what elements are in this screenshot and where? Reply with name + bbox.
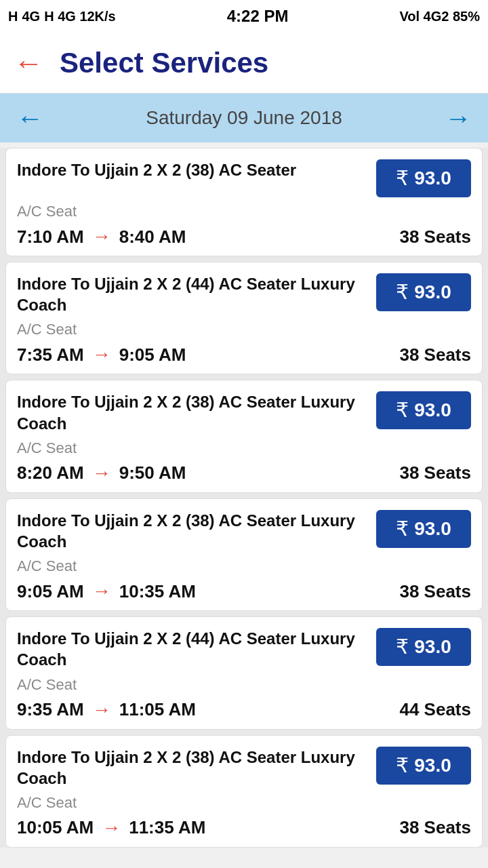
arrival-time: 11:05 AM <box>119 699 196 720</box>
services-list: Indore To Ujjain 2 X 2 (38) AC Seater ₹ … <box>0 148 488 848</box>
header: ← Select Services <box>0 33 488 94</box>
seats-count: 38 Seats <box>399 817 471 838</box>
status-left: H 4G H 4G 12K/s <box>8 9 116 24</box>
service-name: Indore To Ujjain 2 X 2 (38) AC Seater Lu… <box>17 747 376 789</box>
rupee-icon: ₹ <box>396 400 409 420</box>
arrow-icon: → <box>92 699 111 721</box>
arrow-icon: → <box>92 462 111 484</box>
arrival-time: 9:05 AM <box>119 344 186 366</box>
arrival-time: 10:35 AM <box>119 581 196 602</box>
price-button[interactable]: ₹ 93.0 <box>376 391 471 429</box>
service-top: Indore To Ujjain 2 X 2 (38) AC Seater Lu… <box>17 391 471 433</box>
current-date: Saturday 09 June 2018 <box>146 107 342 129</box>
time-range: 9:05 AM → 10:35 AM <box>17 580 196 602</box>
service-top: Indore To Ujjain 2 X 2 (44) AC Seater Lu… <box>17 628 471 670</box>
service-card[interactable]: Indore To Ujjain 2 X 2 (44) AC Seater Lu… <box>5 616 483 729</box>
seat-type: A/C Seat <box>17 557 471 575</box>
rupee-icon: ₹ <box>396 755 409 776</box>
service-times: 8:20 AM → 9:50 AM 38 Seats <box>17 462 471 484</box>
rupee-icon: ₹ <box>396 519 409 539</box>
price-amount: 93.0 <box>414 281 451 303</box>
arrival-time: 9:50 AM <box>119 462 186 484</box>
status-time: 4:22 PM <box>227 7 289 26</box>
service-name: Indore To Ujjain 2 X 2 (38) AC Seater Lu… <box>17 510 376 552</box>
seats-count: 38 Seats <box>399 226 471 248</box>
rupee-icon: ₹ <box>396 637 409 657</box>
seat-type: A/C Seat <box>17 321 471 338</box>
price-amount: 93.0 <box>414 636 451 658</box>
price-button[interactable]: ₹ 93.0 <box>376 747 471 785</box>
service-name: Indore To Ujjain 2 X 2 (38) AC Seater <box>17 159 376 180</box>
service-card[interactable]: Indore To Ujjain 2 X 2 (38) AC Seater ₹ … <box>5 148 483 256</box>
rupee-icon: ₹ <box>396 282 409 302</box>
seats-count: 44 Seats <box>399 699 471 720</box>
service-times: 7:10 AM → 8:40 AM 38 Seats <box>17 226 471 248</box>
arrival-time: 8:40 AM <box>119 226 186 248</box>
service-times: 9:35 AM → 11:05 AM 44 Seats <box>17 699 471 721</box>
price-amount: 93.0 <box>414 399 451 421</box>
arrow-icon: → <box>102 817 121 839</box>
back-button[interactable]: ← <box>14 48 43 78</box>
signal-icon: H <box>8 9 18 24</box>
arrival-time: 11:35 AM <box>129 817 205 838</box>
service-card[interactable]: Indore To Ujjain 2 X 2 (38) AC Seater Lu… <box>5 735 483 848</box>
service-name: Indore To Ujjain 2 X 2 (38) AC Seater Lu… <box>17 391 376 433</box>
speed-indicator: H 4G 12K/s <box>44 9 116 24</box>
seats-count: 38 Seats <box>399 344 471 366</box>
service-times: 10:05 AM → 11:35 AM 38 Seats <box>17 817 471 839</box>
seat-type: A/C Seat <box>17 676 471 694</box>
price-button[interactable]: ₹ 93.0 <box>376 159 471 197</box>
departure-time: 10:05 AM <box>17 817 94 838</box>
service-top: Indore To Ujjain 2 X 2 (38) AC Seater Lu… <box>17 747 471 789</box>
price-button[interactable]: ₹ 93.0 <box>376 273 471 311</box>
arrow-icon: → <box>92 344 111 366</box>
price-button[interactable]: ₹ 93.0 <box>376 628 471 666</box>
prev-date-button[interactable]: ← <box>16 103 43 134</box>
page-title: Select Services <box>60 47 268 79</box>
price-button[interactable]: ₹ 93.0 <box>376 510 471 548</box>
next-date-button[interactable]: → <box>445 103 472 134</box>
service-times: 9:05 AM → 10:35 AM 38 Seats <box>17 580 471 602</box>
arrow-icon: → <box>92 226 111 248</box>
seats-count: 38 Seats <box>399 462 471 484</box>
service-card[interactable]: Indore To Ujjain 2 X 2 (44) AC Seater Lu… <box>5 262 483 374</box>
price-amount: 93.0 <box>414 167 451 189</box>
service-name: Indore To Ujjain 2 X 2 (44) AC Seater Lu… <box>17 628 376 670</box>
departure-time: 7:10 AM <box>17 226 84 248</box>
network-icon: 4G <box>22 9 40 24</box>
departure-time: 9:35 AM <box>17 699 84 720</box>
service-top: Indore To Ujjain 2 X 2 (38) AC Seater ₹ … <box>17 159 471 197</box>
seat-type: A/C Seat <box>17 439 471 457</box>
rupee-icon: ₹ <box>396 168 409 189</box>
service-card[interactable]: Indore To Ujjain 2 X 2 (38) AC Seater Lu… <box>5 380 483 492</box>
date-navigation: ← Saturday 09 June 2018 → <box>0 94 488 142</box>
departure-time: 7:35 AM <box>17 344 84 366</box>
time-range: 9:35 AM → 11:05 AM <box>17 699 196 721</box>
departure-time: 9:05 AM <box>17 581 84 602</box>
time-range: 10:05 AM → 11:35 AM <box>17 817 205 839</box>
service-card[interactable]: Indore To Ujjain 2 X 2 (38) AC Seater Lu… <box>5 498 483 611</box>
arrow-icon: → <box>92 580 111 602</box>
time-range: 7:10 AM → 8:40 AM <box>17 226 186 248</box>
departure-time: 8:20 AM <box>17 462 84 484</box>
status-right: Vol 4G2 85% <box>399 9 480 24</box>
price-amount: 93.0 <box>414 518 451 540</box>
price-amount: 93.0 <box>414 755 451 776</box>
service-times: 7:35 AM → 9:05 AM 38 Seats <box>17 344 471 366</box>
service-top: Indore To Ujjain 2 X 2 (44) AC Seater Lu… <box>17 273 471 315</box>
seats-count: 38 Seats <box>399 581 471 602</box>
status-bar: H 4G H 4G 12K/s 4:22 PM Vol 4G2 85% <box>0 0 488 33</box>
seat-type: A/C Seat <box>17 794 471 812</box>
time-range: 8:20 AM → 9:50 AM <box>17 462 186 484</box>
seat-type: A/C Seat <box>17 203 471 220</box>
service-top: Indore To Ujjain 2 X 2 (38) AC Seater Lu… <box>17 510 471 552</box>
time-range: 7:35 AM → 9:05 AM <box>17 344 186 366</box>
battery-info: Vol 4G2 85% <box>399 9 480 24</box>
service-name: Indore To Ujjain 2 X 2 (44) AC Seater Lu… <box>17 273 376 315</box>
